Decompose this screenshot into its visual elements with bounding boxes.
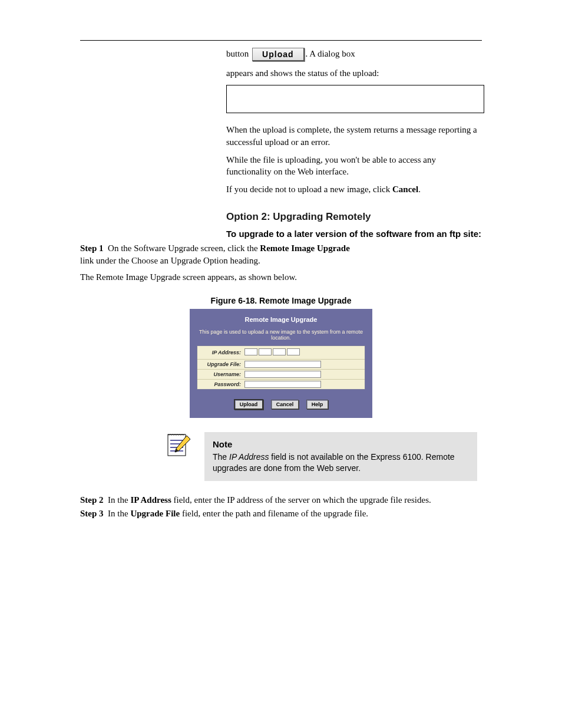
password-input[interactable]	[244, 381, 321, 388]
step2-bold: IP Address	[130, 495, 171, 505]
step1-num: 1	[99, 243, 104, 253]
step3-num: 3	[99, 509, 104, 518]
section-subheading: To upgrade to a later version of the sof…	[226, 229, 482, 239]
step3-line: Step 3 In the Upgrade File field, enter …	[80, 509, 482, 519]
note-body: The IP Address field is not available on…	[213, 452, 469, 474]
ip-octet-2[interactable]	[259, 348, 272, 355]
ip-octet-3[interactable]	[273, 348, 286, 355]
step2-before: In the	[108, 495, 130, 505]
panel-cancel-button[interactable]: Cancel	[271, 400, 299, 409]
upload-status-box	[226, 85, 484, 113]
row-user: Username:	[197, 370, 365, 380]
cancel-text: If you decide not to upload a new image,…	[226, 183, 482, 195]
panel-upload-button[interactable]: Upload	[234, 399, 264, 410]
intro-prefix: button	[226, 49, 251, 58]
upload-done-2: While the file is uploading, you won't b…	[226, 154, 482, 178]
step-label-3: Step	[80, 509, 97, 518]
step1-bold: Remote Image Upgrade	[260, 243, 349, 253]
step-label-2: Step	[80, 495, 97, 505]
intro-line2: appears and shows the status of the uplo…	[226, 67, 482, 79]
step2-line: Step 2 In the IP Address field, enter th…	[80, 495, 482, 505]
step1-text: On the Software Upgrade screen, click th…	[108, 243, 260, 253]
note-title: Note	[213, 439, 469, 449]
username-input[interactable]	[244, 371, 321, 378]
ip-octet-4[interactable]	[287, 348, 300, 355]
step-label: Step	[80, 243, 97, 253]
row-ip: IP Address:	[197, 346, 365, 360]
step3-bold: Upgrade File	[130, 509, 180, 518]
panel-title: Remote Image Upgrade	[197, 316, 365, 323]
intro-suffix: . A dialog box	[306, 49, 355, 58]
step1-text2: link under the Choose an Upgrade Option …	[80, 255, 482, 266]
cancel-text-2: .	[418, 185, 421, 194]
remote-upgrade-panel: Remote Image Upgrade This page is used t…	[190, 309, 372, 418]
panel-desc: This page is used to upload a new image …	[197, 329, 365, 341]
section-heading: Option 2: Upgrading Remotely	[226, 211, 482, 223]
note-body-italic: IP Address	[229, 452, 269, 462]
cancel-text-1: If you decide not to upload a new image,…	[226, 185, 392, 194]
step1-line: Step 1 On the Software Upgrade screen, c…	[80, 243, 482, 253]
label-ip: IP Address:	[200, 350, 244, 355]
row-file: Upgrade File:	[197, 360, 365, 370]
panel-help-button[interactable]: Help	[306, 400, 329, 409]
step3-before: In the	[108, 509, 130, 518]
step3-after: field, enter the path and filename of th…	[180, 509, 368, 518]
note-body-before: The	[213, 452, 229, 462]
step2-after: field, enter the IP address of the serve…	[171, 495, 431, 505]
step1-text3: The Remote Image Upgrade screen appears,…	[80, 271, 482, 283]
note-box: Note The IP Address field is not availab…	[204, 432, 482, 481]
step2-num: 2	[99, 495, 104, 505]
label-file: Upgrade File:	[200, 361, 244, 367]
figure-caption: Figure 6-18. Remote Image Upgrade	[80, 296, 482, 305]
intro-line: button Upload. A dialog box	[226, 48, 482, 61]
ip-octet-1[interactable]	[244, 348, 257, 355]
upload-done-1: When the upload is complete, the system …	[226, 124, 482, 148]
upload-button-label: Upload	[262, 50, 293, 59]
cancel-text-bold: Cancel	[392, 185, 418, 194]
note-icon	[166, 432, 191, 458]
remote-form: IP Address: Upgrade File: Username: Pass…	[197, 345, 365, 390]
label-user: Username:	[200, 371, 244, 377]
row-pass: Password:	[197, 380, 365, 389]
label-pass: Password:	[200, 381, 244, 387]
upload-button[interactable]: Upload	[252, 48, 304, 61]
upgrade-file-input[interactable]	[244, 361, 321, 368]
